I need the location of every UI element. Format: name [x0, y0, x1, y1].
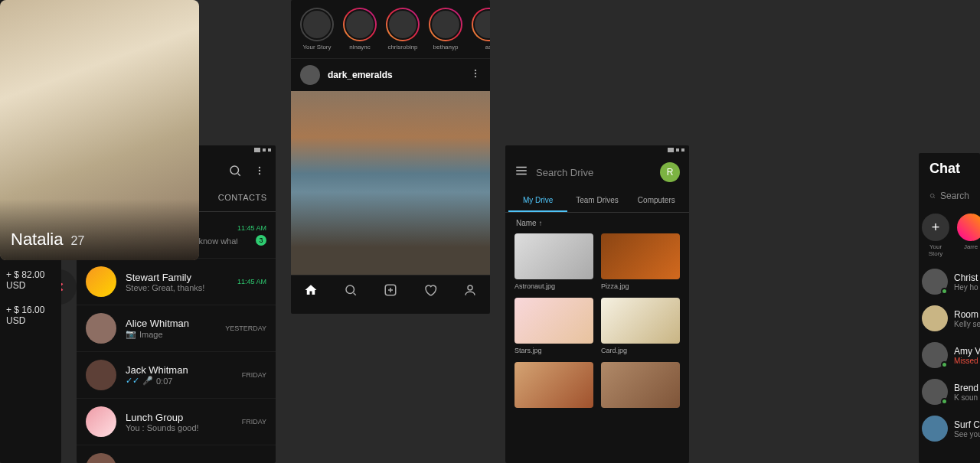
svg-point-12: [468, 285, 472, 290]
tab-computers[interactable]: Computers: [627, 190, 686, 212]
menu-icon[interactable]: [514, 164, 528, 181]
chat-preview: ✓✓🎤0:07: [126, 376, 242, 386]
file-item[interactable]: [601, 362, 680, 408]
heart-icon[interactable]: [423, 283, 437, 300]
file-grid: Astronaut.jpg Pizza.jpg Stars.jpg Card.j…: [505, 233, 689, 408]
tab-team-drives[interactable]: Team Drives: [567, 190, 626, 212]
unread-badge: 3: [256, 235, 266, 246]
svg-point-3: [230, 166, 239, 174]
file-item[interactable]: Pizza.jpg: [601, 233, 680, 290]
story-name: Your Story: [300, 44, 334, 51]
chat-row[interactable]: Surf CSee you: [919, 410, 980, 447]
chat-row[interactable]: Jack Whitman✓✓🎤0:07 FRIDAY: [77, 352, 276, 399]
camera-icon: 📷: [126, 329, 136, 339]
story-item[interactable]: chrisrobinp: [386, 8, 420, 51]
svg-point-9: [475, 76, 476, 77]
tab-my-drive[interactable]: My Drive: [508, 190, 567, 212]
chat-name: Stewart Family: [126, 272, 237, 283]
account-avatar[interactable]: R: [660, 162, 680, 182]
chat-name: Alice Whitman: [126, 318, 225, 329]
chat-name: Jack Whitman: [126, 364, 242, 376]
chat-preview: You : Sounds good!: [126, 423, 242, 432]
search-icon[interactable]: [228, 164, 242, 181]
more-icon[interactable]: [470, 68, 481, 82]
chat-screen: Chat Search +Your Story Jarre ChristHey …: [919, 153, 980, 463]
profile-name: Natalia 27: [11, 230, 84, 249]
file-item[interactable]: Stars.jpg: [514, 298, 593, 354]
mic-icon: 🎤: [142, 376, 153, 386]
chat-row[interactable]: Alice Whitman📷Image YESTERDAY: [77, 305, 276, 352]
file-item[interactable]: Astronaut.jpg: [514, 233, 593, 290]
svg-point-10: [346, 285, 354, 294]
story-name: as: [472, 44, 490, 51]
more-icon[interactable]: [254, 165, 265, 179]
chat-name: Brend: [954, 383, 978, 393]
chat-row[interactable]: Amy VMissed: [919, 337, 980, 373]
file-item[interactable]: Card.jpg: [601, 298, 680, 354]
story-item[interactable]: ninaync: [343, 8, 377, 51]
chat-row[interactable]: Lunch GroupYou : Sounds good! FRIDAY: [77, 399, 276, 445]
avatar: [86, 453, 116, 463]
story-name: bethanyp: [429, 44, 462, 51]
svg-point-5: [259, 170, 260, 171]
avatar: [86, 266, 116, 297]
story-item[interactable]: Your Story: [300, 8, 334, 51]
chat-preview: K soun: [954, 393, 978, 402]
plus-icon: +: [922, 214, 949, 241]
chat-row[interactable]: Jane Pearson FRIDAY: [77, 445, 276, 463]
chat-time: 11:45 AM: [237, 278, 266, 285]
story-item[interactable]: bethanyp: [429, 8, 462, 51]
home-icon[interactable]: [304, 283, 318, 300]
story-item[interactable]: Jarre: [957, 214, 980, 257]
chat-name: Room: [954, 309, 980, 320]
svg-point-4: [259, 167, 260, 168]
file-name: Stars.jpg: [514, 347, 593, 354]
amount-row: + $ 16.00 USD: [0, 300, 61, 331]
chat-time: YESTERDAY: [225, 324, 266, 332]
svg-point-8: [475, 73, 476, 74]
sort-toggle[interactable]: Name ↑: [505, 213, 689, 233]
chat-row[interactable]: Stewart FamilySteve: Great, thanks! 11:4…: [77, 259, 276, 305]
file-name: Card.jpg: [601, 347, 680, 354]
profile-icon[interactable]: [463, 283, 477, 300]
instagram-screen: Your Story ninaync chrisrobinp bethanyp …: [291, 0, 490, 314]
file-name: Pizza.jpg: [601, 282, 680, 290]
tab-contacts[interactable]: CONTACTS: [209, 185, 276, 211]
stories-row: Your Story ninaync chrisrobinp bethanyp …: [291, 0, 490, 58]
search-input[interactable]: Search: [919, 184, 980, 207]
bottom-nav: [291, 275, 490, 308]
chat-name: Christ: [954, 272, 978, 283]
chat-stories: +Your Story Jarre: [919, 207, 980, 263]
search-icon[interactable]: [344, 283, 358, 300]
svg-point-7: [475, 70, 476, 71]
story-item[interactable]: as: [472, 8, 490, 51]
file-name: Astronaut.jpg: [514, 282, 593, 290]
post-image[interactable]: [291, 91, 490, 275]
svg-point-13: [930, 194, 934, 197]
chat-preview: See you: [954, 430, 980, 439]
chat-preview: Steve: Great, thanks!: [126, 283, 237, 292]
chat-preview: 📷Image: [126, 329, 225, 339]
avatar[interactable]: [300, 65, 320, 85]
chat-preview: Hey ho: [954, 283, 978, 292]
chat-row[interactable]: RoomKelly se: [919, 300, 980, 337]
chat-preview: Kelly se: [954, 320, 980, 328]
avatar: [86, 406, 116, 437]
add-icon[interactable]: [384, 283, 397, 300]
profile-card[interactable]: Natalia 27: [0, 0, 199, 260]
chat-title: Chat: [919, 153, 980, 184]
chat-row[interactable]: ChristHey ho: [919, 263, 980, 300]
your-story-button[interactable]: +Your Story: [922, 214, 949, 257]
story-name: chrisrobinp: [386, 44, 420, 51]
profile-age: 27: [71, 234, 85, 247]
chat-row[interactable]: BrendK soun: [919, 373, 980, 410]
chat-name: Lunch Group: [126, 412, 242, 423]
chat-time: FRIDAY: [242, 371, 266, 379]
file-item[interactable]: [514, 362, 593, 408]
search-input[interactable]: Search Drive: [536, 167, 652, 178]
chat-name: Amy V: [954, 346, 980, 357]
check-icon: ✓✓: [126, 376, 139, 386]
post-username[interactable]: dark_emeralds: [328, 70, 470, 80]
amount-row: + $ 82.00 USD: [0, 265, 61, 295]
avatar: [86, 360, 116, 390]
